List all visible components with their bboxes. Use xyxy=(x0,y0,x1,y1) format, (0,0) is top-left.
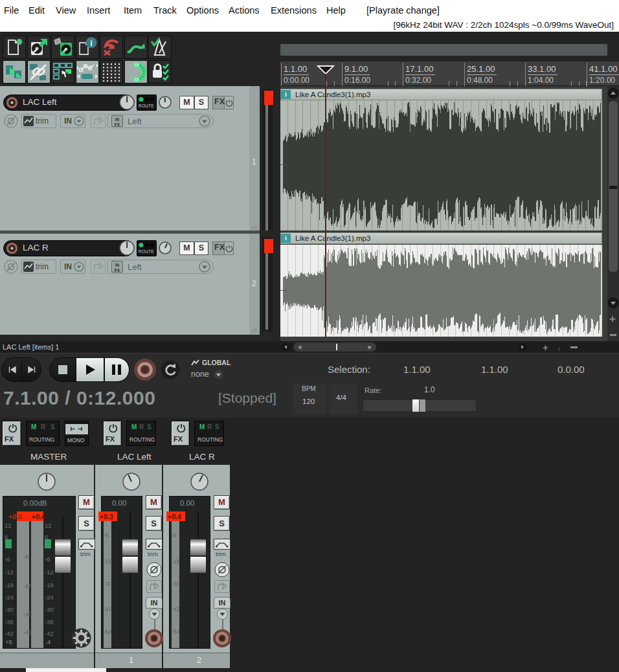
svg-text:i: i xyxy=(90,38,93,48)
